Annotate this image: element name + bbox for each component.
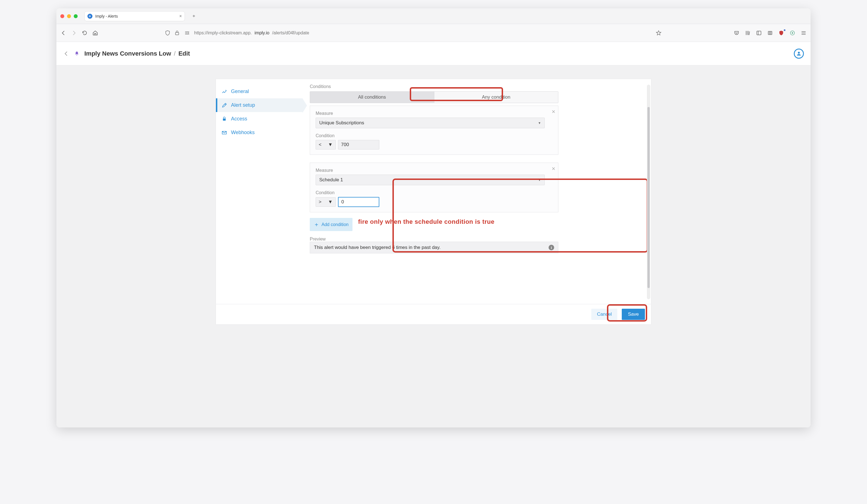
tab-title: Imply - Alerts — [95, 14, 118, 19]
url-prefix: https://imply-clickstream.app. — [194, 31, 251, 35]
minimize-window-button[interactable] — [67, 14, 71, 18]
tab-favicon-icon — [87, 14, 93, 19]
url-domain: imply.io — [255, 31, 269, 35]
dropdown-caret-icon: ▼ — [538, 121, 541, 125]
bell-icon — [74, 51, 80, 57]
condition-op-label: Condition — [315, 133, 553, 138]
url-suffix: /alerts/d04f/update — [272, 31, 309, 35]
sidenav-label: Access — [231, 116, 247, 122]
remove-condition-button[interactable]: × — [552, 165, 555, 172]
app-body: General Alert setup Access Webhooks Cond… — [56, 65, 811, 427]
dropdown-caret-icon: ▼ — [328, 142, 333, 148]
breadcrumb-separator: / — [174, 50, 176, 57]
extension-grid-icon[interactable] — [767, 30, 773, 36]
add-condition-button[interactable]: ＋ Add condition — [310, 218, 353, 231]
lock-icon[interactable] — [174, 30, 180, 36]
operator-value: < — [319, 142, 321, 148]
measure-label: Measure — [315, 111, 553, 116]
add-condition-label: Add condition — [321, 222, 349, 227]
new-tab-button[interactable]: ＋ — [190, 12, 198, 20]
breadcrumb-page: Edit — [179, 50, 190, 57]
cancel-button[interactable]: Cancel — [591, 309, 617, 320]
browser-window: Imply - Alerts × ＋ — [56, 8, 811, 427]
condition-op-label: Condition — [315, 190, 553, 195]
operator-select[interactable]: > ▼ — [315, 197, 336, 207]
close-window-button[interactable] — [60, 14, 64, 18]
sidenav-label: Alert setup — [231, 102, 255, 108]
forward-button[interactable] — [71, 30, 77, 36]
app-header: Imply News Conversions Low / Edit — [56, 42, 811, 65]
scrollbar[interactable] — [647, 85, 650, 299]
measure-select[interactable]: Schedule 1 ▼ — [315, 175, 545, 185]
browser-toolbar: https://imply-clickstream.app.imply.io/a… — [56, 24, 811, 42]
sidebar-toggle-icon[interactable] — [756, 30, 762, 36]
browser-tab[interactable]: Imply - Alerts × — [84, 11, 185, 21]
shield-icon[interactable] — [164, 30, 171, 36]
hamburger-menu-icon[interactable] — [801, 30, 807, 36]
sidenav-label: Webhooks — [231, 130, 255, 136]
sidenav-item-general[interactable]: General — [216, 85, 302, 98]
reload-button[interactable] — [82, 30, 88, 36]
window-controls — [60, 14, 78, 18]
library-icon[interactable] — [745, 30, 751, 36]
annotation-text: fire only when the schedule condition is… — [358, 218, 494, 225]
measure-label: Measure — [315, 168, 553, 173]
svg-point-1 — [188, 32, 189, 33]
home-button[interactable] — [92, 30, 98, 36]
breadcrumb-title: Imply News Conversions Low — [84, 50, 171, 57]
breadcrumb: Imply News Conversions Low / Edit — [84, 50, 190, 57]
pocket-icon[interactable] — [734, 30, 740, 36]
measure-value: Unique Subscriptions — [319, 120, 364, 126]
url-bar[interactable]: https://imply-clickstream.app.imply.io/a… — [164, 30, 528, 36]
condition-card-2: × Measure Schedule 1 ▼ Condition > ▼ — [310, 163, 558, 212]
tab-close-button[interactable]: × — [179, 14, 182, 19]
conditions-label: Conditions — [310, 84, 644, 89]
preview-text: This alert would have been triggered 6 t… — [314, 245, 440, 250]
plus-icon: ＋ — [314, 221, 319, 228]
scrollbar-thumb[interactable] — [647, 107, 650, 288]
operator-select[interactable]: < ▼ — [315, 140, 336, 149]
remove-condition-button[interactable]: × — [552, 108, 555, 115]
preview-label: Preview — [310, 237, 644, 242]
form-footer: Cancel Save — [216, 304, 651, 324]
info-icon[interactable]: i — [548, 245, 554, 250]
browser-titlebar: Imply - Alerts × ＋ — [56, 8, 811, 24]
sidenav: General Alert setup Access Webhooks — [216, 79, 302, 324]
condition-row: < ▼ — [315, 140, 553, 149]
maximize-window-button[interactable] — [74, 14, 78, 18]
svg-rect-2 — [757, 31, 761, 35]
url-text: https://imply-clickstream.app.imply.io/a… — [194, 31, 309, 35]
sidenav-item-webhooks[interactable]: Webhooks — [216, 126, 302, 139]
toggle-any-condition[interactable]: Any condition — [434, 92, 558, 103]
bookmark-star-icon[interactable] — [655, 30, 662, 36]
form-main: Conditions All conditions Any condition … — [302, 79, 651, 324]
sidenav-item-alert-setup[interactable]: Alert setup — [216, 98, 302, 112]
avatar[interactable] — [794, 49, 804, 59]
condition-card-1: × Measure Unique Subscriptions ▼ Conditi… — [310, 106, 558, 155]
measure-value: Schedule 1 — [319, 177, 343, 183]
dropdown-caret-icon: ▼ — [538, 178, 541, 182]
svg-point-4 — [792, 32, 793, 33]
sidenav-item-access[interactable]: Access — [216, 112, 302, 126]
toolbar-right — [734, 30, 807, 36]
svg-point-5 — [798, 52, 800, 54]
extension-2-icon[interactable] — [789, 30, 795, 36]
site-settings-icon[interactable] — [183, 30, 191, 36]
preview-box: This alert would have been triggered 6 t… — [310, 242, 558, 254]
save-button[interactable]: Save — [622, 309, 645, 320]
threshold-input[interactable] — [338, 197, 379, 207]
form-panel: General Alert setup Access Webhooks Cond… — [216, 79, 651, 325]
adblock-icon[interactable] — [778, 30, 784, 36]
condition-mode-toggle: All conditions Any condition — [310, 92, 558, 103]
back-to-list-button[interactable] — [63, 51, 69, 57]
operator-value: > — [319, 199, 321, 205]
toggle-all-conditions[interactable]: All conditions — [310, 92, 434, 103]
threshold-input[interactable] — [338, 140, 379, 149]
measure-select[interactable]: Unique Subscriptions ▼ — [315, 118, 545, 128]
condition-row: > ▼ — [315, 197, 553, 207]
svg-rect-6 — [223, 118, 226, 121]
sidenav-label: General — [231, 88, 249, 94]
back-button[interactable] — [60, 30, 66, 36]
dropdown-caret-icon: ▼ — [328, 199, 333, 205]
svg-rect-0 — [175, 32, 179, 35]
